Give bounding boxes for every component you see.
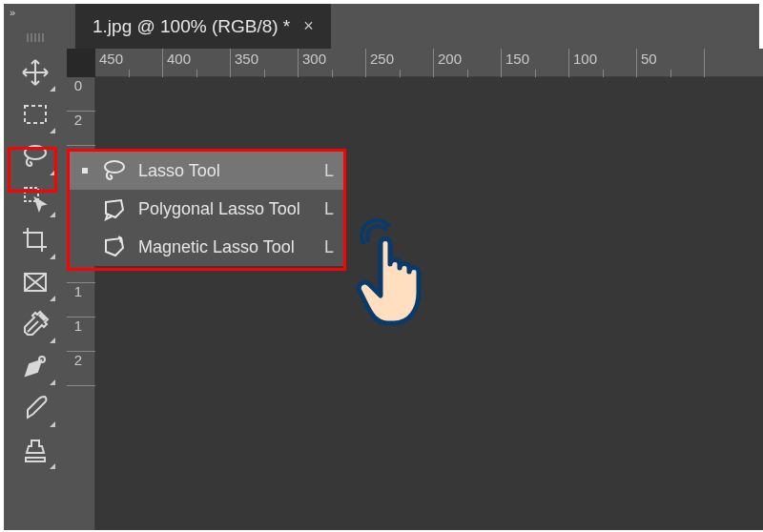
magnetic-lasso-icon <box>102 235 127 259</box>
flyout-item-polygonal-lasso[interactable]: Polygonal Lasso Tool L <box>70 190 343 228</box>
annotation-hand-icon <box>352 218 447 323</box>
svg-point-5 <box>105 161 124 173</box>
lasso-tool-flyout: Lasso Tool L Polygonal Lasso Tool L Magn… <box>70 152 343 266</box>
healing-brush-tool[interactable] <box>13 345 57 387</box>
ruler-horizontal[interactable]: 450 400 350 300 250 200 150 100 50 <box>95 49 763 77</box>
document-tab-bar: 1.jpg @ 100% (RGB/8) * × <box>75 4 762 49</box>
flyout-item-label: Polygonal Lasso Tool <box>138 199 305 219</box>
flyout-item-shortcut: L <box>317 237 334 257</box>
document-tab-title: 1.jpg @ 100% (RGB/8) * <box>93 16 290 37</box>
flyout-item-shortcut: L <box>317 199 334 219</box>
eyedropper-tool[interactable] <box>13 303 57 345</box>
polygonal-lasso-icon <box>102 196 127 221</box>
flyout-item-lasso[interactable]: Lasso Tool L <box>70 152 343 190</box>
panel-gripper[interactable] <box>14 32 56 42</box>
frame-tool[interactable] <box>13 261 57 303</box>
flyout-item-label: Magnetic Lasso Tool <box>138 237 305 257</box>
brush-tool[interactable] <box>13 387 57 429</box>
flyout-item-shortcut: L <box>317 161 334 181</box>
active-indicator-icon <box>79 168 91 174</box>
rectangular-marquee-tool[interactable] <box>13 93 57 135</box>
close-icon[interactable]: × <box>303 16 314 36</box>
lasso-icon <box>102 158 127 183</box>
expand-panels-icon[interactable]: » <box>10 7 13 18</box>
flyout-item-magnetic-lasso[interactable]: Magnetic Lasso Tool L <box>70 228 343 266</box>
tools-panel <box>10 32 61 471</box>
svg-point-1 <box>25 146 46 159</box>
move-tool[interactable] <box>13 51 57 93</box>
lasso-tool[interactable] <box>13 135 57 177</box>
quick-selection-tool[interactable] <box>13 177 57 219</box>
app-frame: » <box>4 4 759 530</box>
flyout-item-label: Lasso Tool <box>138 161 305 181</box>
ruler-vertical[interactable]: 0 2 5 7 1 1 1 1 2 <box>67 77 95 530</box>
document-tab[interactable]: 1.jpg @ 100% (RGB/8) * × <box>75 4 331 49</box>
crop-tool[interactable] <box>13 219 57 261</box>
clone-stamp-tool[interactable] <box>13 429 57 471</box>
svg-rect-0 <box>25 106 46 123</box>
